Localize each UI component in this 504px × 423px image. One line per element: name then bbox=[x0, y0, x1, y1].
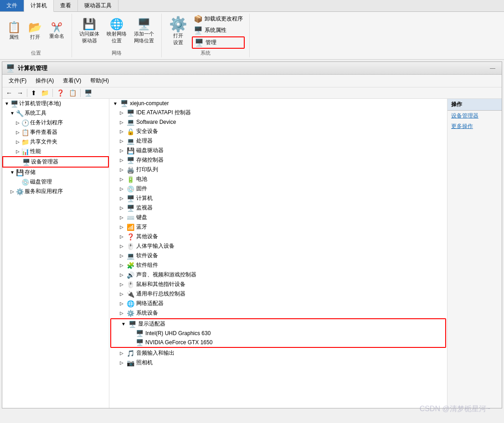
service-app-expand[interactable]: ▷ bbox=[10, 189, 15, 194]
soft-dev-item[interactable]: ▷ 💻 Software Device bbox=[109, 117, 447, 127]
tree-sys-tools[interactable]: ▼ 🔧 系统工具 bbox=[2, 108, 109, 118]
intel-gpu-item[interactable]: 🖥️ Intel(R) UHD Graphics 630 bbox=[111, 329, 445, 338]
rename-button[interactable]: ✂️ 重命名 bbox=[46, 21, 67, 41]
ide-ata-item[interactable]: ▷ 🖥️ IDE ATA/ATAPI 控制器 bbox=[109, 108, 447, 117]
print-queue-item[interactable]: ▷ 🖨️ 打印队列 bbox=[109, 165, 447, 174]
processor-item[interactable]: ▷ 💻 处理器 bbox=[109, 136, 447, 146]
sys-dev-item[interactable]: ▷ ⚙️ 系统设备 bbox=[109, 308, 447, 318]
manage-button[interactable]: 🖥️ 管理 bbox=[192, 36, 245, 49]
audio-io-item[interactable]: ▷ 🎵 音频输入和输出 bbox=[109, 348, 447, 358]
display-expand[interactable]: ▼ bbox=[120, 321, 127, 326]
bluetooth-item[interactable]: ▷ 📶 蓝牙 bbox=[109, 222, 447, 232]
serial-ctrl-item[interactable]: ▷ 🔌 通用串行总线控制器 bbox=[109, 289, 447, 299]
root-expand[interactable]: ▼ bbox=[4, 101, 10, 106]
tree-task-sched[interactable]: ▷ 🕐 任务计划程序 bbox=[2, 118, 109, 127]
sys-tools-expand[interactable]: ▼ bbox=[10, 111, 15, 116]
bluetooth-expand[interactable]: ▷ bbox=[118, 224, 125, 229]
back-button[interactable]: ← bbox=[4, 88, 14, 97]
mouse-expand[interactable]: ▷ bbox=[118, 282, 125, 287]
help-button[interactable]: ❓ bbox=[55, 88, 66, 97]
add-network-button[interactable]: 🖥️ 添加一个 网络位置 bbox=[131, 17, 157, 46]
menu-file[interactable]: 文件(F) bbox=[4, 76, 31, 86]
computer2-item[interactable]: ▷ 🖥️ 计算机 bbox=[109, 194, 447, 203]
print-queue-expand[interactable]: ▷ bbox=[118, 167, 125, 172]
open-settings-button[interactable]: ⚙️ 打开 设置 bbox=[166, 15, 190, 48]
tab-driver-tools[interactable]: 驱动器工具 bbox=[78, 0, 118, 11]
right-panel-more-actions[interactable]: 更多操作 bbox=[447, 121, 502, 132]
tree-disk-mgmt[interactable]: 💿 磁盘管理 bbox=[2, 177, 109, 187]
soft-comp-item[interactable]: ▷ 🧩 软件组件 bbox=[109, 260, 447, 270]
map-network-button[interactable]: 🌐 映射网络 位置 bbox=[104, 17, 129, 46]
sound-item[interactable]: ▷ 🔊 声音、视频和游戏控制器 bbox=[109, 270, 447, 280]
attr-button[interactable]: 📋 属性 bbox=[5, 20, 24, 42]
security-item[interactable]: ▷ 🔒 安全设备 bbox=[109, 127, 447, 136]
forward-button[interactable]: → bbox=[15, 88, 25, 97]
sys-props-button[interactable]: 🖥️ 系统属性 bbox=[192, 25, 245, 36]
disk-drive-expand[interactable]: ▷ bbox=[118, 148, 125, 153]
computer2-expand[interactable]: ▷ bbox=[118, 196, 125, 201]
net-adapt-expand[interactable]: ▷ bbox=[118, 301, 125, 306]
computer-root-item[interactable]: ▼ 🖥️ xiejun-computer bbox=[109, 99, 447, 108]
soft-dev-expand[interactable]: ▷ bbox=[118, 120, 125, 125]
monitor-expand[interactable]: ▷ bbox=[118, 205, 125, 210]
tree-device-mgr[interactable]: 🖥️ 设备管理器 bbox=[2, 156, 109, 168]
battery-expand[interactable]: ▷ bbox=[118, 177, 125, 182]
soft-dev2-item[interactable]: ▷ 💻 软件设备 bbox=[109, 251, 447, 260]
close-button[interactable]: — bbox=[487, 65, 498, 71]
storage-expand[interactable]: ▼ bbox=[10, 170, 15, 175]
ide-ata-expand[interactable]: ▷ bbox=[118, 110, 125, 115]
menu-help[interactable]: 帮助(H) bbox=[86, 76, 113, 86]
hid-expand[interactable]: ▷ bbox=[118, 244, 125, 249]
visit-media-button[interactable]: 💾 访问媒体 驱动器 bbox=[77, 17, 102, 46]
nvidia-gpu-item[interactable]: 🖥️ NVIDIA GeForce GTX 1650 bbox=[111, 338, 445, 347]
display-item[interactable]: ▼ 🖥️ 显示适配器 bbox=[111, 319, 445, 329]
other-dev-item[interactable]: ▷ ❓ 其他设备 bbox=[109, 232, 447, 241]
processor-expand[interactable]: ▷ bbox=[118, 138, 125, 143]
soft-comp-expand[interactable]: ▷ bbox=[118, 263, 125, 268]
tree-performance[interactable]: ▷ 📊 性能 bbox=[2, 147, 109, 156]
tab-view[interactable]: 查看 bbox=[54, 0, 78, 11]
tree-storage[interactable]: ▼ 💾 存储 bbox=[2, 168, 109, 177]
tree-service-app[interactable]: ▷ ⚙️ 服务和应用程序 bbox=[2, 187, 109, 196]
tree-shared-folder[interactable]: ▷ 📁 共享文件夹 bbox=[2, 137, 109, 147]
uninstall-button[interactable]: 📦 卸载或更改程序 bbox=[192, 14, 245, 24]
hid-item[interactable]: ▷ 🖱️ 人体学输入设备 bbox=[109, 241, 447, 251]
mouse-item[interactable]: ▷ 🖱️ 鼠标和其他指针设备 bbox=[109, 280, 447, 289]
net-adapt-item[interactable]: ▷ 🌐 网络适配器 bbox=[109, 299, 447, 308]
monitor-item[interactable]: ▷ 🖥️ 监视器 bbox=[109, 203, 447, 213]
audio-io-expand[interactable]: ▷ bbox=[118, 351, 125, 356]
security-expand[interactable]: ▷ bbox=[118, 129, 125, 134]
sys-dev-expand[interactable]: ▷ bbox=[118, 311, 125, 316]
up-button[interactable]: ⬆ bbox=[29, 88, 38, 97]
camera-item[interactable]: ▷ 📷 照相机 bbox=[109, 358, 447, 367]
firmware-item[interactable]: ▷ 💿 固件 bbox=[109, 184, 447, 194]
sound-expand[interactable]: ▷ bbox=[118, 272, 125, 277]
tree-event-view[interactable]: ▷ 📋 事件查看器 bbox=[2, 127, 109, 137]
event-view-expand[interactable]: ▷ bbox=[15, 130, 21, 135]
firmware-expand[interactable]: ▷ bbox=[118, 186, 125, 191]
menu-action[interactable]: 操作(A) bbox=[31, 76, 58, 86]
other-dev-expand[interactable]: ▷ bbox=[118, 234, 125, 239]
menu-view[interactable]: 查看(V) bbox=[58, 76, 86, 86]
keyboard-expand[interactable]: ▷ bbox=[118, 215, 125, 220]
open-button[interactable]: 📂 打开 bbox=[26, 20, 45, 42]
disk-drive-item[interactable]: ▷ 💾 磁盘驱动器 bbox=[109, 146, 447, 155]
battery-item[interactable]: ▷ 🔋 电池 bbox=[109, 174, 447, 184]
keyboard-item[interactable]: ▷ ⌨️ 键盘 bbox=[109, 213, 447, 222]
performance-expand[interactable]: ▷ bbox=[15, 149, 21, 154]
task-sched-expand[interactable]: ▷ bbox=[15, 120, 21, 125]
shared-folder-expand[interactable]: ▷ bbox=[15, 139, 21, 144]
camera-expand[interactable]: ▷ bbox=[118, 360, 125, 365]
storage-ctrl-expand[interactable]: ▷ bbox=[118, 158, 125, 163]
soft-dev2-expand[interactable]: ▷ bbox=[118, 253, 125, 258]
folder-button[interactable]: 📁 bbox=[39, 88, 51, 97]
tab-file[interactable]: 文件 bbox=[0, 0, 24, 11]
computer-root-expand[interactable]: ▼ bbox=[112, 101, 118, 106]
right-panel-device-mgr[interactable]: 设备管理器 bbox=[447, 111, 502, 121]
tree-root[interactable]: ▼ 🖥️ 计算机管理(本地) bbox=[2, 99, 109, 108]
props-button[interactable]: 📋 bbox=[67, 88, 78, 97]
storage-ctrl-item[interactable]: ▷ 🖥️ 存储控制器 bbox=[109, 155, 447, 165]
monitor-button[interactable]: 🖥️ bbox=[82, 88, 94, 97]
tab-computer[interactable]: 计算机 bbox=[24, 0, 54, 12]
serial-ctrl-expand[interactable]: ▷ bbox=[118, 291, 125, 296]
